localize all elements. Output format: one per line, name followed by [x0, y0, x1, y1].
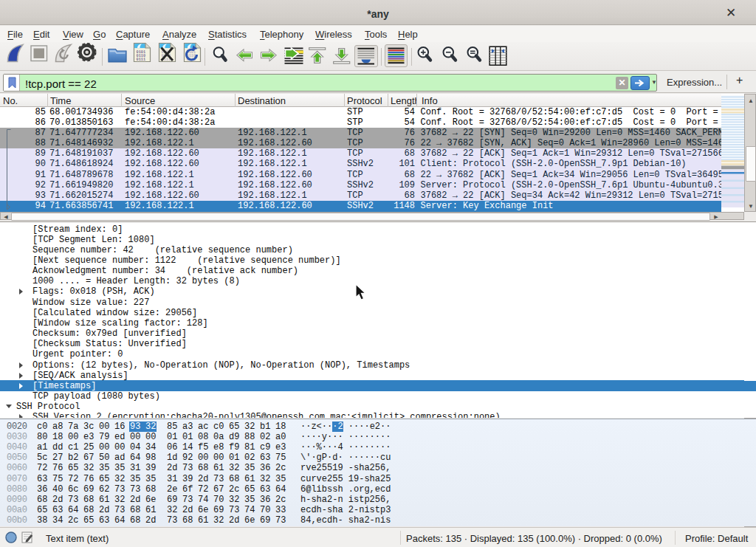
svg-text:0111: 0111: [137, 58, 145, 62]
